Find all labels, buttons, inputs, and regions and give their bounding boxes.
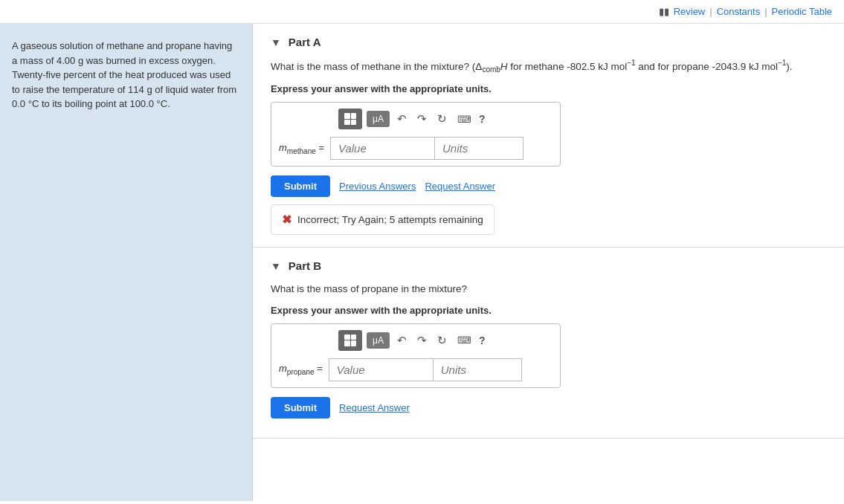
part-b-equation-label: mpropane = bbox=[279, 363, 323, 376]
part-a-redo-button[interactable]: ↷ bbox=[414, 111, 430, 127]
part-b-redo-button[interactable]: ↷ bbox=[414, 332, 430, 349]
part-a-collapse-arrow[interactable]: ▼ bbox=[271, 36, 281, 48]
part-a-units-input[interactable] bbox=[434, 137, 524, 160]
part-b-undo-button[interactable]: ↶ bbox=[394, 332, 410, 349]
part-a-refresh-button[interactable]: ↻ bbox=[434, 111, 450, 127]
error-text: Incorrect; Try Again; 5 attempts remaini… bbox=[297, 214, 483, 225]
part-b-input-box: μA ↶ ↷ ↻ ⌨ ? mpropane = bbox=[271, 323, 561, 388]
part-a-help-button[interactable]: ? bbox=[479, 113, 486, 125]
right-panel: ▼ Part A What is the mass of methane in … bbox=[253, 24, 844, 501]
book-icon: ▮▮ bbox=[659, 6, 669, 17]
part-b-refresh-button[interactable]: ↻ bbox=[434, 332, 450, 349]
part-a-value-input[interactable] bbox=[330, 137, 434, 160]
part-b-action-row: Submit Request Answer bbox=[271, 397, 826, 419]
part-a-grid-button[interactable] bbox=[338, 109, 362, 129]
part-a-header: ▼ Part A bbox=[271, 36, 826, 48]
constants-link[interactable]: Constants bbox=[717, 6, 761, 17]
part-b-header: ▼ Part B bbox=[271, 259, 826, 272]
part-b-question: What is the mass of propane in the mixtu… bbox=[271, 281, 826, 297]
top-bar: ▮▮ Review | Constants | Periodic Table bbox=[0, 0, 844, 24]
part-b-units-input[interactable] bbox=[433, 358, 522, 381]
part-b-express-label: Express your answer with the appropriate… bbox=[271, 305, 826, 316]
part-a-submit-button[interactable]: Submit bbox=[271, 175, 330, 197]
grid-icon bbox=[344, 335, 356, 346]
sep2: | bbox=[764, 6, 767, 17]
part-a-error-message: ✖ Incorrect; Try Again; 5 attempts remai… bbox=[271, 204, 495, 235]
error-icon: ✖ bbox=[282, 213, 291, 227]
part-a-mu-button[interactable]: μA bbox=[367, 111, 390, 127]
part-b-section: ▼ Part B What is the mass of propane in … bbox=[253, 248, 844, 439]
part-b-collapse-arrow[interactable]: ▼ bbox=[271, 260, 281, 272]
part-b-mu-button[interactable]: μA bbox=[367, 332, 390, 349]
review-link[interactable]: Review bbox=[674, 6, 706, 17]
part-a-keyboard-button[interactable]: ⌨ bbox=[454, 112, 474, 126]
part-a-question: What is the mass of methane in the mixtu… bbox=[271, 57, 826, 76]
part-a-previous-answers-button[interactable]: Previous Answers bbox=[339, 181, 416, 192]
sep1: | bbox=[709, 6, 712, 17]
part-b-help-button[interactable]: ? bbox=[479, 335, 486, 346]
part-a-section: ▼ Part A What is the mass of methane in … bbox=[253, 24, 844, 248]
part-a-request-answer-button[interactable]: Request Answer bbox=[425, 181, 495, 192]
part-b-request-answer-button[interactable]: Request Answer bbox=[339, 402, 410, 413]
part-b-toolbar: μA ↶ ↷ ↻ ⌨ ? bbox=[279, 330, 553, 351]
part-a-equation-label: mmethane = bbox=[279, 142, 324, 155]
periodic-table-link[interactable]: Periodic Table bbox=[772, 6, 832, 17]
part-a-title: Part A bbox=[289, 36, 321, 48]
part-a-toolbar: μA ↶ ↷ ↻ ⌨ ? bbox=[279, 109, 553, 129]
part-a-undo-button[interactable]: ↶ bbox=[394, 111, 410, 127]
part-a-input-row: mmethane = bbox=[279, 137, 553, 160]
part-b-value-input[interactable] bbox=[329, 358, 433, 381]
part-b-submit-button[interactable]: Submit bbox=[271, 397, 330, 419]
part-a-express-label: Express your answer with the appropriate… bbox=[271, 83, 826, 94]
problem-text: A gaseous solution of methane and propan… bbox=[12, 39, 240, 112]
part-b-keyboard-button[interactable]: ⌨ bbox=[454, 333, 474, 347]
left-panel: A gaseous solution of methane and propan… bbox=[0, 24, 253, 501]
part-a-action-row: Submit Previous Answers Request Answer bbox=[271, 175, 826, 197]
grid-icon bbox=[344, 113, 356, 125]
part-b-grid-button[interactable] bbox=[338, 330, 362, 351]
part-b-title: Part B bbox=[289, 259, 321, 272]
part-b-input-row: mpropane = bbox=[279, 358, 553, 381]
part-a-input-box: μA ↶ ↷ ↻ ⌨ ? mmethane = bbox=[271, 102, 561, 167]
main-layout: A gaseous solution of methane and propan… bbox=[0, 24, 844, 501]
